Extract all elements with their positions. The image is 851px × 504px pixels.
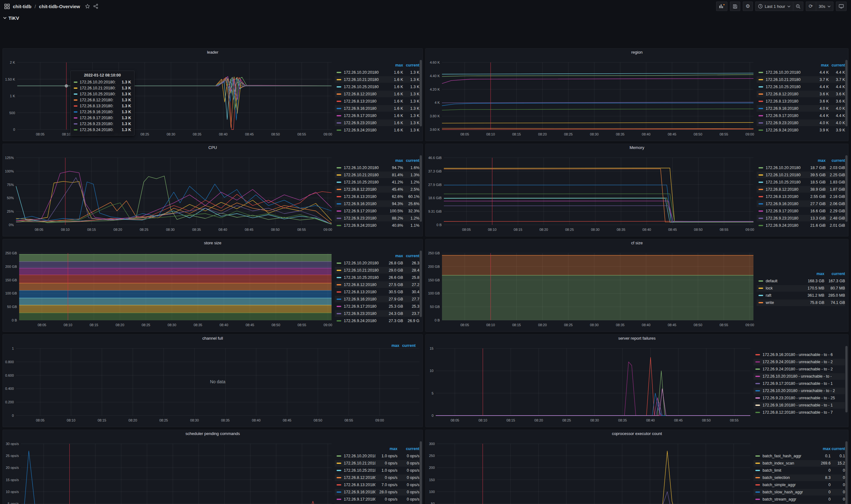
- series-color-dash[interactable]: [755, 354, 760, 355]
- legend-item[interactable]: 172.26.9.23:2018088.2%1.2%: [335, 215, 419, 221]
- series-color-dash[interactable]: [337, 174, 341, 176]
- series-color-dash[interactable]: [755, 455, 760, 457]
- series-color-dash[interactable]: [755, 484, 760, 486]
- series-color-dash[interactable]: [337, 263, 341, 264]
- legend-series-name[interactable]: 172.26.9.24:20180 - unreachable - to - 2: [763, 360, 845, 364]
- legend-series-name[interactable]: 172.26.10.21:20180: [344, 173, 387, 177]
- legend-item[interactable]: 172.26.10.20:20180 - unreachable - to -: [754, 373, 845, 380]
- series-color-dash[interactable]: [759, 182, 763, 183]
- legend-series-name[interactable]: 172.26.9.23:20180 - unreachable - to - 2…: [763, 396, 845, 400]
- legend-item[interactable]: 172.26.10.21:2018039.5 GiB2.25 GiB: [757, 172, 845, 178]
- legend-series-name[interactable]: 172.26.10.20:20180: [344, 166, 387, 170]
- legend-item[interactable]: 172.26.10.21:2018029.0 GB28.4: [335, 267, 419, 273]
- legend-series-name[interactable]: 172.26.10.25:20180: [344, 275, 387, 280]
- legend-series-name[interactable]: 172.26.8.12:20180: [766, 92, 812, 96]
- legend-item[interactable]: 172.26.10.25:201801.0 ops/s0 ops/s: [335, 467, 419, 474]
- panel-title-region[interactable]: region: [426, 50, 848, 55]
- chart-store-size[interactable]: 250 GB200 GB150 GB100 GB50 GB0 B08:0508:…: [3, 239, 335, 332]
- legend-series-name[interactable]: 172.26.10.25:20180: [344, 468, 376, 473]
- series-color-dash[interactable]: [337, 299, 341, 300]
- legend-item[interactable]: 172.26.8.13:201807.0 ops/s0 ops/s: [335, 482, 419, 488]
- legend-item[interactable]: batch_slow_hash_aggr00: [754, 489, 845, 496]
- legend-item[interactable]: 172.26.10.20:20180 - unreachable - to - …: [754, 388, 845, 394]
- dashboard-settings-button[interactable]: ⚙: [743, 2, 753, 11]
- series-color-dash[interactable]: [337, 277, 341, 278]
- legend-item[interactable]: 172.26.10.25:2018026.6 GB25.8: [335, 274, 419, 281]
- legend-series-name[interactable]: 172.26.9.17:20180: [344, 209, 387, 213]
- series-color-dash[interactable]: [337, 218, 341, 219]
- legend-column-current[interactable]: current: [829, 63, 845, 68]
- legend-item[interactable]: 172.26.9.23:20180 - unreachable - to - 2…: [754, 395, 845, 401]
- panel-title-server-report-failures[interactable]: server report failures: [426, 336, 848, 341]
- legend-series-name[interactable]: default: [766, 279, 804, 283]
- zoom-out-time-button[interactable]: [793, 2, 803, 11]
- legend-item[interactable]: 172.26.10.20:201801.0 ops/s0 ops/s: [335, 453, 419, 460]
- legend-series-name[interactable]: 172.26.10.20:20180: [766, 70, 812, 75]
- series-color-dash[interactable]: [759, 281, 763, 282]
- legend-item[interactable]: 172.26.8.12:2018027.5 GB27.2: [335, 281, 419, 288]
- series-color-dash[interactable]: [759, 218, 763, 219]
- legend-item[interactable]: lock170.5 MB80.7 MB: [757, 285, 845, 292]
- legend-item[interactable]: default168.3 GB167.3 GB: [757, 278, 845, 285]
- legend-item[interactable]: 172.26.9.24:20180 - unreachable - to - 2: [754, 359, 845, 365]
- series-color-dash[interactable]: [337, 189, 341, 190]
- legend-series-name[interactable]: batch_limit: [763, 468, 816, 473]
- series-color-dash[interactable]: [759, 225, 763, 226]
- legend-item[interactable]: 172.26.9.23:2018024.3 GB23.7: [335, 310, 419, 317]
- legend-item[interactable]: 172.26.8.13:2018062.6%60.1%: [335, 193, 419, 200]
- legend-column-current[interactable]: current: [403, 254, 419, 258]
- legend-series-name[interactable]: 172.26.8.12:20180: [766, 187, 806, 192]
- legend-series-name[interactable]: 172.26.9.24:20180 - unreachable - to - 2: [763, 367, 845, 371]
- breadcrumb-page[interactable]: chit-tidb-Overview: [39, 4, 80, 9]
- series-color-dash[interactable]: [759, 196, 763, 197]
- legend-series-name[interactable]: 172.26.9.17:20180: [344, 113, 387, 118]
- series-color-dash[interactable]: [759, 72, 763, 73]
- legend-series-name[interactable]: 172.26.10.21:20180: [766, 173, 806, 177]
- legend-series-name[interactable]: 172.26.10.25:20180: [344, 85, 387, 89]
- legend-series-name[interactable]: 172.26.8.12:20180: [344, 283, 387, 287]
- legend-series-name[interactable]: batch_slow_hash_aggr: [763, 490, 816, 494]
- series-color-dash[interactable]: [337, 491, 341, 493]
- legend-series-name[interactable]: 172.26.9.24:20180: [344, 319, 387, 323]
- legend-item[interactable]: batch_fast_hash_aggr0.10.1: [754, 453, 845, 460]
- legend-scrollbar[interactable]: [845, 346, 848, 412]
- cycle-view-mode-button[interactable]: [836, 2, 847, 11]
- legend-series-name[interactable]: 172.26.9.24:20180: [766, 128, 812, 132]
- chart-memory[interactable]: 46.6 GiB37.3 GiB27.9 GiB18.6 GiB9.31 GiB…: [426, 144, 757, 237]
- legend-series-name[interactable]: 172.26.10.20:20180 - unreachable - to - …: [763, 389, 845, 393]
- legend-series-name[interactable]: 172.26.9.16:20180: [766, 106, 812, 111]
- legend-series-name[interactable]: 172.26.10.21:20180: [344, 461, 376, 465]
- breadcrumb-root[interactable]: chit-tidb: [13, 4, 31, 9]
- legend-scrollbar[interactable]: [845, 60, 848, 126]
- panel-title-scheduler-pending-commands[interactable]: scheduler pending commands: [3, 431, 422, 436]
- series-color-dash[interactable]: [759, 288, 763, 289]
- series-color-dash[interactable]: [759, 122, 763, 124]
- legend-item[interactable]: 172.26.8.13:2018030.5 GB30.4: [335, 289, 419, 295]
- legend-series-name[interactable]: 172.26.9.23:20180: [344, 311, 387, 316]
- legend-item[interactable]: write75.8 GB74.1 GB: [757, 300, 845, 306]
- legend-column-max[interactable]: max: [816, 447, 831, 451]
- legend-scrollbar[interactable]: [420, 251, 422, 317]
- chart-scheduler-pending-commands[interactable]: 30 ops/s25 ops/s20 ops/s15 ops/s10 ops/s…: [3, 430, 335, 504]
- legend-series-name[interactable]: 172.26.10.20:20180 - unreachable - to -: [763, 374, 845, 379]
- chart-region[interactable]: 4.60 K4.40 K4.20 K4 K3.80 K3.60 K08:0508…: [426, 49, 757, 141]
- legend-item[interactable]: 172.26.8.13:201803.6 K3.6 K: [757, 98, 845, 105]
- legend-series-name[interactable]: 172.26.8.12:20180 - unreachable - to - 7: [763, 410, 845, 415]
- series-color-dash[interactable]: [337, 167, 341, 168]
- legend-column-current[interactable]: current: [831, 447, 845, 451]
- legend-series-name[interactable]: 172.26.10.25:20180: [766, 180, 806, 184]
- legend-column-max[interactable]: max: [376, 447, 397, 451]
- legend-series-name[interactable]: 172.26.9.24:20180: [344, 223, 387, 228]
- legend-series-name[interactable]: 172.26.8.13:20180: [344, 483, 376, 487]
- chart-server-report-failures[interactable]: 15105008:0508:1008:1508:2008:2508:3008:3…: [426, 335, 754, 428]
- series-color-dash[interactable]: [337, 484, 341, 486]
- series-color-dash[interactable]: [755, 404, 760, 406]
- series-color-dash[interactable]: [755, 470, 760, 471]
- series-color-dash[interactable]: [337, 306, 341, 307]
- legend-series-name[interactable]: 172.26.10.21:20180: [344, 77, 387, 82]
- chart-cf-size[interactable]: 250 GB200 GB150 GB100 GB50 GB0 B08:0508:…: [426, 239, 757, 332]
- legend-column-max[interactable]: max: [812, 63, 829, 68]
- save-dashboard-button[interactable]: [730, 2, 740, 11]
- legend-item[interactable]: 172.26.10.21:201803.7 K3.7 K: [757, 76, 845, 83]
- legend-item[interactable]: 172.26.9.17:20180 - unreachable - to - 1: [754, 380, 845, 387]
